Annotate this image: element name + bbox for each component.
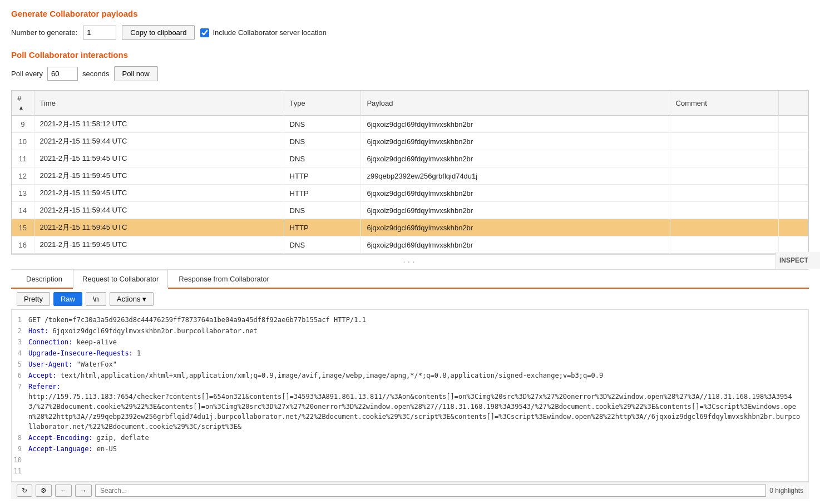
tab-response[interactable]: Response from Collaborator xyxy=(169,270,279,288)
cell-comment xyxy=(670,116,778,133)
table-row[interactable]: 12 2021-2月-15 11:59:45 UTC HTTP z99qebp2… xyxy=(12,167,808,185)
tab-request[interactable]: Request to Collaborator xyxy=(73,270,168,289)
cell-extra xyxy=(778,133,808,150)
cell-id: 12 xyxy=(12,167,34,185)
table-row[interactable]: 16 2021-2月-15 11:59:45 UTC DNS 6jqxoiz9d… xyxy=(12,236,808,254)
copy-to-clipboard-button[interactable]: Copy to clipboard xyxy=(122,25,195,40)
line-content: Host: 6jqxoiz9dgcl69fdqylmvxskhbn2br.bur… xyxy=(28,326,263,336)
cell-id: 16 xyxy=(12,236,34,254)
cell-type: DNS xyxy=(284,150,361,167)
cell-time: 2021-2月-15 11:58:12 UTC xyxy=(34,116,284,133)
generate-title: Generate Collaborator payloads xyxy=(11,9,809,18)
number-input[interactable] xyxy=(83,26,116,39)
line-number: 10 xyxy=(12,455,28,465)
cell-id: 13 xyxy=(12,185,34,202)
col-time: Time xyxy=(34,91,284,116)
raw-button[interactable]: Raw xyxy=(53,292,82,306)
divider-dots: ··· xyxy=(11,254,809,270)
cell-id: 15 xyxy=(12,219,34,236)
cell-comment xyxy=(670,133,778,150)
include-location-checkbox[interactable] xyxy=(200,28,209,37)
table-row[interactable]: 13 2021-2月-15 11:59:45 UTC HTTP 6jqxoiz9… xyxy=(12,185,808,202)
nav-back-button[interactable]: ← xyxy=(55,485,72,497)
settings-button[interactable]: ⚙ xyxy=(36,485,52,497)
line-number: 9 xyxy=(12,444,28,454)
cell-time: 2021-2月-15 11:59:45 UTC xyxy=(34,185,284,202)
cell-comment xyxy=(670,150,778,167)
code-line: 8Accept-Encoding: gzip, deflate xyxy=(12,432,808,443)
pretty-button[interactable]: Pretty xyxy=(17,292,50,306)
include-location-row: Include Collaborator server location xyxy=(200,28,327,37)
tab-description[interactable]: Description xyxy=(17,270,72,288)
line-content: Referer: http://159.75.113.183:7654/chec… xyxy=(28,382,808,432)
cell-payload: 6jqxoiz9dgcl69fdqylmvxskhbn2br xyxy=(361,219,670,236)
poll-seconds-input[interactable] xyxy=(47,67,78,81)
toolbar-row: Pretty Raw \n Actions ▾ xyxy=(11,289,809,310)
poll-seconds-label: seconds xyxy=(82,70,109,78)
table-header-row: # ▲ Time Type Payload Comment xyxy=(12,91,808,116)
cell-type: DNS xyxy=(284,236,361,254)
code-line: 2Host: 6jqxoiz9dgcl69fdqylmvxskhbn2br.bu… xyxy=(12,325,808,337)
table-row[interactable]: 9 2021-2月-15 11:58:12 UTC DNS 6jqxoiz9dg… xyxy=(12,116,808,133)
search-input[interactable] xyxy=(95,485,766,497)
code-line: 4Upgrade-Insecure-Requests: 1 xyxy=(12,348,808,359)
cell-time: 2021-2月-15 11:59:45 UTC xyxy=(34,236,284,254)
cell-extra xyxy=(778,219,808,236)
poll-title: Poll Collaborator interactions xyxy=(11,50,809,60)
actions-button[interactable]: Actions ▾ xyxy=(110,292,154,306)
generate-row: Number to generate: Copy to clipboard In… xyxy=(11,25,809,40)
cell-extra xyxy=(778,150,808,167)
line-number: 6 xyxy=(12,370,28,381)
col-comment: Comment xyxy=(670,91,778,116)
code-line: 3Connection: keep-alive xyxy=(12,337,808,348)
actions-chevron-icon: ▾ xyxy=(142,295,146,303)
nav-refresh-button[interactable]: ↻ xyxy=(17,485,32,497)
cell-time: 2021-2月-15 11:59:44 UTC xyxy=(34,202,284,219)
poll-row: Poll every seconds Poll now xyxy=(11,66,809,81)
cell-payload: 6jqxoiz9dgcl69fdqylmvxskhbn2br xyxy=(361,133,670,150)
table-row[interactable]: 10 2021-2月-15 11:59:44 UTC DNS 6jqxoiz9d… xyxy=(12,133,808,150)
cell-comment xyxy=(670,167,778,185)
line-number: 1 xyxy=(12,315,28,325)
cell-comment xyxy=(670,236,778,254)
cell-type: DNS xyxy=(284,133,361,150)
line-number: 11 xyxy=(12,466,28,476)
cell-payload: 6jqxoiz9dgcl69fdqylmvxskhbn2br xyxy=(361,150,670,167)
cell-extra xyxy=(778,202,808,219)
inspect-label: INSPECT xyxy=(779,256,808,264)
line-number: 8 xyxy=(12,433,28,443)
code-line: 6Accept: text/html,application/xhtml+xml… xyxy=(12,370,808,381)
cell-payload: 6jqxoiz9dgcl69fdqylmvxskhbn2br xyxy=(361,185,670,202)
nav-forward-button[interactable]: → xyxy=(75,485,92,497)
cell-extra xyxy=(778,116,808,133)
table-row[interactable]: 14 2021-2月-15 11:59:44 UTC DNS 6jqxoiz9d… xyxy=(12,202,808,219)
right-panel: INSPECT xyxy=(775,252,820,269)
ln-button[interactable]: \n xyxy=(86,292,106,306)
highlights-label: 0 highlights xyxy=(769,487,803,495)
cell-type: HTTP xyxy=(284,185,361,202)
line-number: 3 xyxy=(12,337,28,347)
table-row[interactable]: 11 2021-2月-15 11:59:45 UTC DNS 6jqxoiz9d… xyxy=(12,150,808,167)
cell-comment xyxy=(670,185,778,202)
line-content: Upgrade-Insecure-Requests: 1 xyxy=(28,348,146,358)
code-area: 1GET /token=f7c30a3a5d9263d8c44476259ff7… xyxy=(11,310,809,482)
include-location-label: Include Collaborator server location xyxy=(213,28,327,37)
cell-extra xyxy=(778,185,808,202)
cell-payload: 6jqxoiz9dgcl69fdqylmvxskhbn2br xyxy=(361,236,670,254)
col-type: Type xyxy=(284,91,361,116)
bottom-bar: ↻ ⚙ ← → 0 highlights xyxy=(11,482,809,499)
line-content: Accept-Encoding: gzip, deflate xyxy=(28,433,155,443)
cell-extra xyxy=(778,167,808,185)
cell-time: 2021-2月-15 11:59:45 UTC xyxy=(34,167,284,185)
tabs-row: Description Request to Collaborator Resp… xyxy=(11,270,809,289)
poll-now-button[interactable]: Poll now xyxy=(114,66,158,81)
interactions-table: # ▲ Time Type Payload Comment 9 2021-2月-… xyxy=(12,91,808,254)
cell-type: DNS xyxy=(284,116,361,133)
cell-time: 2021-2月-15 11:59:45 UTC xyxy=(34,150,284,167)
col-extra xyxy=(778,91,808,116)
table-row[interactable]: 15 2021-2月-15 11:59:45 UTC HTTP 6jqxoiz9… xyxy=(12,219,808,236)
cell-extra xyxy=(778,236,808,254)
poll-every-label: Poll every xyxy=(11,70,43,78)
col-id: # ▲ xyxy=(12,91,34,116)
cell-payload: 6jqxoiz9dgcl69fdqylmvxskhbn2br xyxy=(361,116,670,133)
